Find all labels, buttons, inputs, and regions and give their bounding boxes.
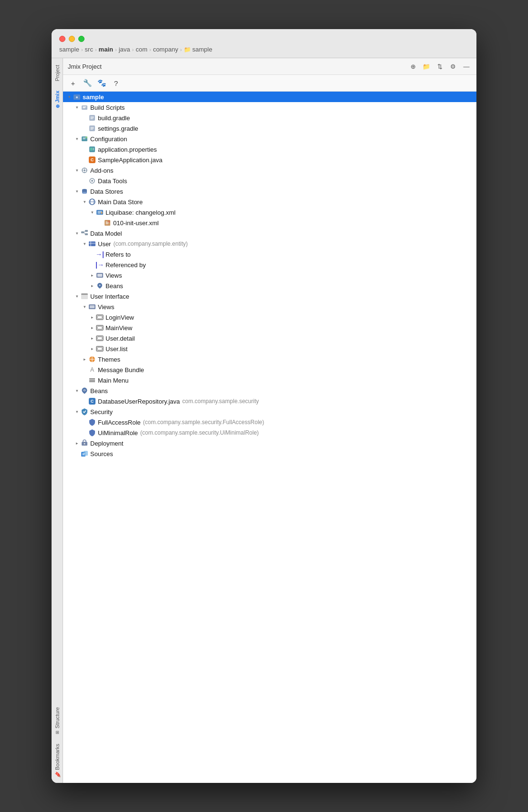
chevron-user-detail [89, 335, 95, 342]
tree-item-beans-user[interactable]: Beans [63, 281, 476, 291]
chevron-configuration [74, 135, 80, 142]
tree-label-user: User [98, 240, 111, 248]
tree-item-app-properties[interactable]: application.properties [63, 144, 476, 155]
gear-button[interactable]: ⚙ [448, 61, 458, 72]
breadcrumb-main[interactable]: main [99, 46, 113, 53]
jmix-panel: Jmix Project ⊕ 📁 ⇅ ⚙ — + 🔧 🐾 ? [63, 58, 476, 783]
breadcrumb-sample[interactable]: sample [59, 46, 79, 53]
globe-button[interactable]: ⊕ [408, 61, 418, 72]
chevron-addons [74, 167, 80, 174]
tree-item-data-stores[interactable]: Data Stores [63, 186, 476, 197]
structure-tab-label: Structure [54, 707, 60, 729]
tree-item-sources[interactable]: Sources [63, 448, 476, 459]
chevron-settings-gradle [81, 125, 88, 132]
breadcrumb-src[interactable]: src [85, 46, 93, 53]
chevron-refers-to [89, 251, 95, 258]
maximize-button[interactable] [78, 36, 84, 42]
folder-button[interactable]: 📁 [421, 61, 432, 72]
tree-item-login-view[interactable]: LoginView [63, 312, 476, 323]
icon-build-scripts [80, 103, 89, 112]
svg-rect-11 [93, 148, 94, 150]
tree-item-init-user-xml[interactable]: 010-init-user.xml [63, 218, 476, 228]
chevron-liquibase [89, 209, 95, 216]
tree-label-build-gradle: build.gradle [98, 115, 130, 122]
tree-item-message-bundle[interactable]: A Message Bundle [63, 364, 476, 375]
tree-item-configuration[interactable]: Configuration [63, 134, 476, 144]
icon-refers-to: →| [95, 250, 104, 259]
full-access-role-package: (com.company.sample.security.FullAccessR… [143, 419, 264, 426]
breadcrumb-java[interactable]: java [119, 46, 130, 53]
chevron-build-scripts [74, 104, 80, 111]
tree-item-main-view[interactable]: MainView [63, 323, 476, 333]
c-icon-blue: C [89, 398, 95, 405]
svg-rect-42 [97, 326, 102, 329]
sidebar-item-jmix[interactable]: ⊕ Jmix [53, 86, 62, 113]
tree-item-deployment[interactable]: Deployment [63, 438, 476, 448]
tree-item-main-data-store[interactable]: Main Data Store [63, 197, 476, 207]
svg-rect-54 [84, 451, 88, 456]
tree-item-sample-application[interactable]: C SampleApplication.java [63, 155, 476, 165]
tree-item-build-scripts[interactable]: Build Scripts [63, 102, 476, 113]
wrench-button[interactable]: 🔧 [81, 77, 94, 89]
chevron-main-data-store [81, 198, 88, 205]
titlebar: sample › src › main › java › com › compa… [52, 29, 476, 58]
tree-item-beans-root[interactable]: Beans [63, 385, 476, 396]
help-button[interactable]: ? [110, 77, 122, 89]
minimize-panel-button[interactable]: — [461, 61, 472, 72]
ui-minimal-role-package: (com.company.sample.security.UiMinimalRo… [140, 429, 259, 436]
chevron-init-user [96, 219, 103, 226]
chevron-sample [66, 94, 73, 100]
icon-deployment [80, 439, 89, 448]
breadcrumb-com[interactable]: com [136, 46, 148, 53]
icon-user-list [95, 344, 104, 353]
icon-user-detail [95, 334, 104, 343]
tree-item-main-menu[interactable]: Main Menu [63, 375, 476, 385]
tree-item-themes[interactable]: Themes [63, 354, 476, 364]
tree-item-user-detail[interactable]: User.detail [63, 333, 476, 344]
tree-label-data-model: Data Model [90, 230, 122, 237]
tree-item-user-list[interactable]: User.list [63, 344, 476, 354]
tree-item-user[interactable]: User (com.company.sample.entity) [63, 239, 476, 249]
icon-main-data-store [88, 198, 96, 206]
tree-label-views-user: Views [106, 272, 122, 279]
icon-sample-application: C [88, 156, 96, 164]
tree-item-sample[interactable]: sample [63, 92, 476, 102]
breadcrumb-sep-2: › [95, 47, 97, 52]
icon-user-interface [80, 292, 89, 301]
sliders-button[interactable]: ⇅ [434, 61, 445, 72]
minimize-button[interactable] [69, 36, 75, 42]
tree-item-full-access-role[interactable]: FullAccessRole (com.company.sample.secur… [63, 417, 476, 427]
breadcrumb-company[interactable]: company [153, 46, 178, 53]
icon-data-tools [88, 177, 96, 185]
tree-item-addons[interactable]: Add-ons [63, 165, 476, 176]
tree-item-user-interface[interactable]: User Interface [63, 291, 476, 302]
tree-item-data-tools[interactable]: Data Tools [63, 176, 476, 186]
sidebar-item-bookmarks[interactable]: 🔖 Bookmarks [53, 739, 62, 783]
sidebar-item-project[interactable]: Project [53, 60, 62, 86]
tree-item-settings-gradle[interactable]: settings.gradle [63, 123, 476, 134]
user-package: (com.company.sample.entity) [113, 240, 188, 247]
tree-item-refers-to[interactable]: →| Refers to [63, 249, 476, 260]
tree-item-ui-minimal-role[interactable]: UiMinimalRole (com.company.sample.securi… [63, 427, 476, 438]
tree-item-build-gradle[interactable]: build.gradle [63, 113, 476, 123]
icon-init-user-xml [103, 219, 112, 227]
add-button[interactable]: + [67, 77, 79, 89]
tree-label-beans-root: Beans [90, 387, 108, 395]
main-layout: Project ⊕ Jmix ⊞ Structure 🔖 Bookmarks J… [52, 58, 476, 783]
breadcrumb-folder-sample[interactable]: 📁 sample [184, 46, 212, 53]
tree-item-referenced-by[interactable]: |→ Referenced by [63, 260, 476, 270]
icon-settings-gradle [88, 124, 96, 133]
tree-item-views-ui[interactable]: Views [63, 302, 476, 312]
tree-item-views-user[interactable]: Views [63, 270, 476, 281]
tree-item-security[interactable]: Security [63, 406, 476, 417]
bookmarks-tab-icon: 🔖 [54, 772, 60, 778]
tree-item-database-user-repo[interactable]: C DatabaseUserRepository.java com.compan… [63, 396, 476, 406]
tree-label-referenced-by: Referenced by [106, 261, 146, 269]
debug-button[interactable]: 🐾 [95, 77, 108, 89]
close-button[interactable] [59, 36, 65, 42]
tree-item-data-model[interactable]: Data Model [63, 228, 476, 239]
tree-item-liquibase[interactable]: Liquibase: changelog.xml [63, 207, 476, 218]
sidebar-item-structure[interactable]: ⊞ Structure [53, 702, 62, 739]
chevron-referenced-by [89, 261, 95, 268]
chevron-build-gradle [81, 115, 88, 121]
